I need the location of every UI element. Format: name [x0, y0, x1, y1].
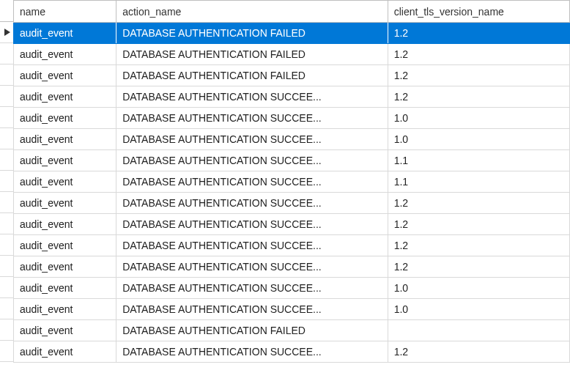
table-row[interactable]: audit_eventDATABASE AUTHENTICATION FAILE… — [14, 65, 570, 86]
results-grid-wrapper: name action_name client_tls_version_name… — [0, 0, 570, 363]
cell-action-name[interactable]: DATABASE AUTHENTICATION SUCCEE... — [116, 171, 388, 193]
cell-name[interactable]: audit_event — [14, 171, 116, 193]
table-row[interactable]: audit_eventDATABASE AUTHENTICATION SUCCE… — [14, 150, 570, 171]
row-indicator-cell[interactable] — [0, 213, 13, 234]
row-indicator-cell[interactable] — [0, 22, 13, 43]
table-row[interactable]: audit_eventDATABASE AUTHENTICATION FAILE… — [14, 320, 570, 341]
cell-tls-version[interactable]: 1.0 — [388, 278, 569, 299]
cell-tls-version[interactable]: 1.2 — [388, 341, 569, 363]
cell-action-name[interactable]: DATABASE AUTHENTICATION SUCCEE... — [116, 235, 388, 256]
cell-action-name[interactable]: DATABASE AUTHENTICATION FAILED — [116, 65, 388, 86]
row-indicator-cell[interactable] — [0, 298, 13, 319]
cell-name[interactable]: audit_event — [14, 193, 116, 214]
cell-action-name[interactable]: DATABASE AUTHENTICATION FAILED — [116, 320, 388, 341]
column-header-tls[interactable]: client_tls_version_name — [388, 1, 569, 23]
row-indicator-cell[interactable] — [0, 234, 13, 256]
cell-tls-version[interactable]: 1.2 — [388, 86, 569, 108]
table-row[interactable]: audit_eventDATABASE AUTHENTICATION SUCCE… — [14, 278, 570, 299]
cell-action-name[interactable]: DATABASE AUTHENTICATION SUCCEE... — [116, 341, 388, 363]
table-row[interactable]: audit_eventDATABASE AUTHENTICATION SUCCE… — [14, 129, 570, 150]
cell-tls-version[interactable]: 1.2 — [388, 214, 569, 235]
table-row[interactable]: audit_eventDATABASE AUTHENTICATION SUCCE… — [14, 193, 570, 214]
row-indicator-cell[interactable] — [0, 107, 13, 128]
cell-name[interactable]: audit_event — [14, 320, 116, 341]
cell-tls-version[interactable]: 1.2 — [388, 23, 569, 44]
cell-action-name[interactable]: DATABASE AUTHENTICATION SUCCEE... — [116, 256, 388, 278]
cell-tls-version[interactable]: 1.2 — [388, 235, 569, 256]
cell-action-name[interactable]: DATABASE AUTHENTICATION SUCCEE... — [116, 214, 388, 235]
row-indicator-cell[interactable] — [0, 319, 13, 341]
gutter-header-spacer — [0, 0, 13, 22]
table-row[interactable]: audit_eventDATABASE AUTHENTICATION SUCCE… — [14, 86, 570, 108]
cell-action-name[interactable]: DATABASE AUTHENTICATION SUCCEE... — [116, 150, 388, 171]
cell-tls-version[interactable]: 1.2 — [388, 65, 569, 86]
row-indicator-cell[interactable] — [0, 171, 13, 192]
cell-action-name[interactable]: DATABASE AUTHENTICATION SUCCEE... — [116, 86, 388, 108]
cell-tls-version[interactable]: 1.0 — [388, 129, 569, 150]
cell-tls-version[interactable]: 1.0 — [388, 108, 569, 129]
row-indicator-cell[interactable] — [0, 43, 13, 64]
table-row[interactable]: audit_eventDATABASE AUTHENTICATION SUCCE… — [14, 299, 570, 320]
cell-name[interactable]: audit_event — [14, 299, 116, 320]
row-indicator-cell[interactable] — [0, 277, 13, 298]
cell-name[interactable]: audit_event — [14, 108, 116, 129]
table-row[interactable]: audit_eventDATABASE AUTHENTICATION SUCCE… — [14, 108, 570, 129]
results-grid[interactable]: name action_name client_tls_version_name… — [13, 0, 570, 363]
cell-tls-version[interactable]: 1.1 — [388, 150, 569, 171]
current-row-indicator-icon — [4, 29, 10, 36]
table-row[interactable]: audit_eventDATABASE AUTHENTICATION SUCCE… — [14, 341, 570, 363]
table-row[interactable]: audit_eventDATABASE AUTHENTICATION SUCCE… — [14, 256, 570, 278]
table-row[interactable]: audit_eventDATABASE AUTHENTICATION SUCCE… — [14, 171, 570, 193]
cell-name[interactable]: audit_event — [14, 23, 116, 44]
cell-tls-version[interactable]: 1.2 — [388, 193, 569, 214]
cell-tls-version[interactable]: 1.1 — [388, 171, 569, 193]
table-row[interactable]: audit_eventDATABASE AUTHENTICATION SUCCE… — [14, 214, 570, 235]
cell-name[interactable]: audit_event — [14, 278, 116, 299]
row-indicator-cell[interactable] — [0, 192, 13, 213]
cell-action-name[interactable]: DATABASE AUTHENTICATION SUCCEE... — [116, 193, 388, 214]
cell-name[interactable]: audit_event — [14, 235, 116, 256]
cell-tls-version[interactable]: 1.2 — [388, 256, 569, 278]
cell-name[interactable]: audit_event — [14, 65, 116, 86]
cell-name[interactable]: audit_event — [14, 150, 116, 171]
cell-tls-version[interactable]: 1.2 — [388, 44, 569, 65]
row-indicator-cell[interactable] — [0, 128, 13, 149]
row-gutter — [0, 0, 13, 362]
column-header-action[interactable]: action_name — [116, 1, 388, 23]
row-indicator-cell[interactable] — [0, 341, 13, 362]
cell-action-name[interactable]: DATABASE AUTHENTICATION FAILED — [116, 44, 388, 65]
cell-action-name[interactable]: DATABASE AUTHENTICATION FAILED — [116, 23, 388, 44]
cell-action-name[interactable]: DATABASE AUTHENTICATION SUCCEE... — [116, 129, 388, 150]
row-indicator-cell[interactable] — [0, 149, 13, 171]
table-row[interactable]: audit_eventDATABASE AUTHENTICATION FAILE… — [14, 23, 570, 44]
table-row[interactable]: audit_eventDATABASE AUTHENTICATION SUCCE… — [14, 235, 570, 256]
cell-name[interactable]: audit_event — [14, 129, 116, 150]
table-row[interactable]: audit_eventDATABASE AUTHENTICATION FAILE… — [14, 44, 570, 65]
cell-name[interactable]: audit_event — [14, 256, 116, 278]
cell-name[interactable]: audit_event — [14, 341, 116, 363]
cell-action-name[interactable]: DATABASE AUTHENTICATION SUCCEE... — [116, 278, 388, 299]
column-header-row: name action_name client_tls_version_name — [14, 1, 570, 23]
cell-action-name[interactable]: DATABASE AUTHENTICATION SUCCEE... — [116, 108, 388, 129]
cell-action-name[interactable]: DATABASE AUTHENTICATION SUCCEE... — [116, 299, 388, 320]
cell-name[interactable]: audit_event — [14, 44, 116, 65]
row-indicator-cell[interactable] — [0, 64, 13, 86]
row-indicator-cell[interactable] — [0, 256, 13, 277]
column-header-name[interactable]: name — [14, 1, 116, 23]
cell-tls-version[interactable]: 1.0 — [388, 299, 569, 320]
row-indicator-cell[interactable] — [0, 86, 13, 107]
cell-tls-version[interactable] — [388, 320, 569, 341]
cell-name[interactable]: audit_event — [14, 214, 116, 235]
cell-name[interactable]: audit_event — [14, 86, 116, 108]
